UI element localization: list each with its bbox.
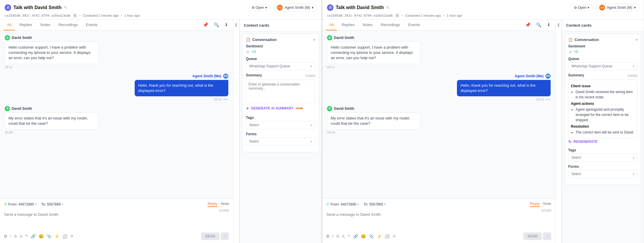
right-edit-icon[interactable]: ✎ [386, 5, 390, 10]
right-contacted: Contacted 2 minutes ago [405, 14, 441, 17]
right-tab-events[interactable]: Events [405, 20, 424, 30]
left-reply-tab[interactable]: Reply [208, 201, 217, 207]
left-to-chevron[interactable]: ▾ [62, 203, 63, 206]
left-screen-icon[interactable]: ⬜ [62, 234, 67, 239]
left-panel-meta: ce2505d8-392c-4f41-8794-a16bd13adb ⎘ • C… [5, 13, 317, 18]
left-char-count: 0/1000 [219, 209, 229, 212]
left-context-panel: Context cards 📋 Conversation ▾ Sentiment [239, 20, 321, 243]
right-queue-select[interactable]: WhatsApp Support Queue ▾ [568, 62, 638, 70]
left-msg-2-avatar: AS [223, 73, 228, 79]
left-conv-chevron[interactable]: ▾ [314, 38, 315, 42]
left-generate-btn[interactable]: ✦ GENERATE AI SUMMARY ⟹ [246, 104, 303, 113]
right-msg-1-time: 10:11 [327, 65, 551, 69]
right-reply-to-label: To: 5567889 [364, 202, 383, 206]
left-copy-icon[interactable]: ⎘ [73, 13, 77, 18]
left-edit-icon[interactable]: ✎ [64, 5, 67, 10]
right-agent-badge[interactable]: AS Agent Smith (M) ▾ [596, 4, 639, 12]
left-tab-replies[interactable]: Replies [16, 20, 35, 30]
right-attachment-icon[interactable]: 📎 [369, 234, 374, 239]
left-italic-icon[interactable]: I [10, 234, 11, 239]
right-tab-recordings[interactable]: Recordings [377, 20, 404, 30]
left-context-wrapper: ⟪ Context cards 📋 Conversation ▾ [233, 20, 321, 243]
left-msg-2-sender: Agent Smith (Me) AS [192, 73, 228, 79]
left-conv-title-label: Conversation [252, 37, 277, 42]
left-tab-notes[interactable]: Notes [37, 20, 54, 30]
right-toolbar-icons: B I S A ❝ 🔗 😊 📎 ⚡ ⬜ ✈ [326, 234, 396, 239]
right-conv-chevron[interactable]: ▾ [636, 38, 638, 42]
left-bold-icon[interactable]: B [4, 234, 7, 239]
left-msg-1-sender: ✆ David Smith [5, 35, 228, 40]
left-queue-select[interactable]: WhatsApp Support Queue ▾ [246, 62, 315, 70]
right-italic-icon[interactable]: I [332, 234, 333, 239]
left-send-more-button[interactable]: ⋮ [221, 232, 229, 240]
left-forms-select[interactable]: Select ▾ [246, 137, 315, 146]
right-msg-3-sender-name: David Smith [334, 107, 354, 111]
left-status-badge[interactable]: Open ▾ [249, 4, 270, 11]
right-screen-icon[interactable]: ⬜ [385, 234, 390, 239]
right-tab-replies[interactable]: Replies [338, 20, 358, 30]
right-expand-btn[interactable]: ⟪ [556, 20, 562, 243]
left-toolbar-icons: B I S A ❝ 🔗 😊 📎 ⚡ ⬜ ✈ [4, 234, 74, 239]
right-copy-icon[interactable]: ⎘ [395, 13, 399, 18]
left-search-icon[interactable]: 🔍 [213, 21, 220, 29]
right-quote-icon[interactable]: ❝ [348, 234, 350, 239]
left-tags-select[interactable]: Select ▾ [246, 121, 315, 129]
right-emoji-icon[interactable]: 😊 [361, 234, 366, 239]
left-tab-recordings[interactable]: Recordings [55, 20, 81, 30]
right-from-chevron[interactable]: ▾ [357, 203, 359, 206]
right-heading-icon[interactable]: A [342, 234, 345, 239]
right-msg-3-bubble: My error states that it's an issue with … [327, 112, 421, 129]
right-summary-label: Summary [568, 73, 584, 77]
left-emoji-icon[interactable]: 😊 [39, 234, 44, 239]
left-strikethrough-icon[interactable]: S [14, 234, 17, 239]
right-send-button[interactable]: SEND [523, 232, 542, 240]
left-tab-events[interactable]: Events [83, 20, 101, 30]
left-download-icon[interactable]: ⬇ [223, 21, 229, 29]
left-heading-icon[interactable]: A [20, 234, 22, 239]
left-status-chevron: ▾ [265, 6, 267, 10]
left-logo: ✆ [5, 4, 11, 11]
right-lightning-icon[interactable]: ⚡ [377, 234, 382, 239]
left-agent-label: Agent Smith (M) [285, 6, 310, 10]
left-note-tab[interactable]: Note [221, 201, 229, 207]
right-logo: ✆ [327, 4, 333, 11]
left-lightning-icon[interactable]: ⚡ [54, 234, 59, 239]
right-download-icon[interactable]: ⬇ [546, 21, 552, 29]
left-expand-btn[interactable]: ⟪ [233, 20, 239, 243]
left-airplane-icon[interactable]: ✈ [70, 234, 74, 239]
left-pin-icon[interactable]: 📌 [202, 21, 210, 29]
right-note-tab[interactable]: Note [543, 201, 551, 207]
left-agent-avatar: AS [277, 5, 283, 11]
left-agent-badge[interactable]: AS Agent Smith (M) ▾ [274, 4, 317, 12]
left-link-icon[interactable]: 🔗 [31, 234, 36, 239]
left-send-button[interactable]: SEND [201, 232, 220, 240]
right-tab-notes[interactable]: Notes [359, 20, 376, 30]
left-msg-3-bubble: My error states that it's an issue with … [5, 112, 98, 129]
left-forms-chevron: ▾ [311, 140, 312, 143]
right-send-more-button[interactable]: ⋮ [543, 232, 551, 240]
right-reply-tab[interactable]: Reply [530, 201, 539, 207]
right-tags-select[interactable]: Select ▾ [568, 153, 638, 162]
right-forms-select[interactable]: Select ▾ [568, 170, 638, 178]
right-search-icon[interactable]: 🔍 [535, 21, 543, 29]
right-queue-chevron: ▾ [633, 65, 634, 68]
left-attachment-icon[interactable]: 📎 [47, 234, 52, 239]
left-from-chevron[interactable]: ▾ [35, 203, 37, 206]
left-msg-2-bubble: Hello, thank you for reaching out, what … [135, 80, 228, 96]
left-summary-row: Summary 0/4000 ✦ GENERATE AI SUMMARY ⟹ [246, 73, 315, 113]
right-bold-icon[interactable]: B [326, 234, 329, 239]
left-summary-textarea[interactable] [246, 80, 315, 103]
right-pin-icon[interactable]: 📌 [524, 21, 532, 29]
left-quote-icon[interactable]: ❝ [25, 234, 28, 239]
right-link-icon[interactable]: 🔗 [353, 234, 358, 239]
right-tab-all[interactable]: All [326, 20, 337, 30]
right-airplane-icon[interactable]: ✈ [393, 234, 396, 239]
right-strikethrough-icon[interactable]: S [336, 234, 339, 239]
right-reply-textarea[interactable] [326, 212, 551, 230]
right-regenerate-btn[interactable]: ↻ REGENERATE [568, 138, 597, 145]
left-tab-all[interactable]: All [4, 20, 15, 30]
right-status-badge[interactable]: Open ▾ [571, 4, 592, 11]
right-status-dot [574, 6, 577, 9]
right-to-chevron[interactable]: ▾ [384, 203, 386, 206]
left-reply-textarea[interactable] [4, 212, 229, 230]
